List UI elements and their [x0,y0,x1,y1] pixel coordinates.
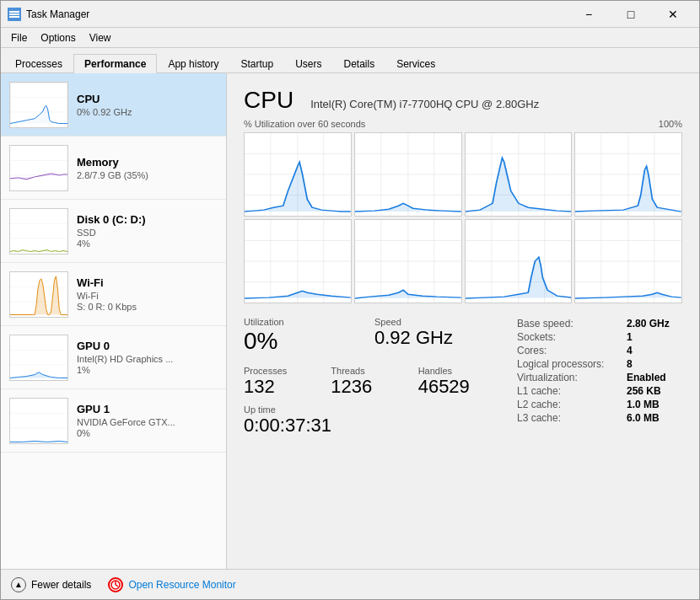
l2-value: 1.0 MB [623,398,673,411]
content-area: CPU 0% 0.92 GHz Memory 2.8/7.9 GB (35% [1,73,699,569]
gpu1-pct: 0% [77,428,218,438]
gpu1-thumb [9,398,68,444]
stats-info-container: Utilization 0% Speed 0.92 GHz Processes … [244,317,682,437]
svg-rect-11 [10,209,67,254]
graph-labels: % Utilization over 60 seconds 100% [244,119,682,129]
minimize-button[interactable]: − [569,3,608,26]
menu-file[interactable]: File [4,30,34,46]
open-resource-monitor-label: Open Resource Monitor [128,579,235,591]
base-speed-label: Base speed: [514,317,623,330]
sidebar-item-memory[interactable]: Memory 2.8/7.9 GB (35%) [1,137,226,200]
processes-label: Processes [244,366,331,376]
info-row-cores: Cores: 4 [514,344,673,357]
info-row-sockets: Sockets: 1 [514,330,673,344]
speed-value: 0.92 GHz [374,327,505,349]
sidebar-item-gpu1[interactable]: GPU 1 NVIDIA GeForce GTX... 0% [1,389,226,453]
main-panel: CPU Intel(R) Core(TM) i7-7700HQ CPU @ 2.… [227,73,699,569]
gpu0-info: GPU 0 Intel(R) HD Graphics ... 1% [77,340,218,375]
disk-info: Disk 0 (C: D:) SSD 4% [77,213,218,249]
window-title: Task Manager [26,8,569,20]
menu-view[interactable]: View [83,30,118,46]
wifi-info: Wi-Fi Wi-Fi S: 0 R: 0 Kbps [77,276,218,312]
wifi-sub: Wi-Fi [77,291,218,301]
cpu-info: CPU 0% 0.92 GHz [77,93,218,117]
fewer-details-button[interactable]: ▲ Fewer details [11,577,91,592]
cpu-graph-0 [244,132,352,217]
cpu-graph-1 [354,132,462,217]
utilization-value: 0% [244,327,374,356]
svg-rect-8 [10,146,67,190]
menu-options[interactable]: Options [34,30,82,46]
tab-processes[interactable]: Processes [4,54,73,73]
tab-performance[interactable]: Performance [73,54,157,73]
wifi-thumb [9,271,68,318]
maximize-button[interactable]: □ [611,3,650,26]
speed-col: Speed 0.92 GHz [374,317,505,356]
disk-thumb [9,208,68,254]
processes-value: 132 [244,376,331,398]
disk-pct: 4% [77,238,218,249]
cpu-graph-2 [465,132,573,217]
svg-rect-20 [10,399,67,443]
gpu0-label: GPU 0 [77,340,218,352]
menu-bar: File Options View [1,28,699,48]
uptime-value: 0:00:37:31 [244,415,505,437]
tab-services[interactable]: Services [385,54,446,73]
task-manager-window: Task Manager − □ ✕ File Options View Pro… [0,0,700,600]
close-button[interactable]: ✕ [654,3,692,26]
svg-line-81 [116,585,118,587]
app-icon [8,8,21,21]
open-resource-monitor-button[interactable]: Open Resource Monitor [108,577,235,592]
uptime-section: Up time 0:00:37:31 [244,404,505,437]
l1-value: 256 KB [623,384,673,398]
disk-label: Disk 0 (C: D:) [77,213,218,226]
gpu0-thumb [9,335,68,381]
tab-app-history[interactable]: App history [157,54,229,73]
sidebar-item-disk[interactable]: Disk 0 (C: D:) SSD 4% [1,200,226,263]
logical-value: 8 [623,357,673,371]
cpu-graph-7 [574,219,682,303]
cores-value: 4 [623,344,673,357]
l3-label: L3 cache: [514,411,623,425]
cpu-graph-6 [465,219,573,303]
l2-label: L2 cache: [514,398,623,411]
tab-startup[interactable]: Startup [229,54,284,73]
info-row-l3: L3 cache: 6.0 MB [514,411,673,425]
utilization-col: Utilization 0% [244,317,374,356]
info-panel: Base speed: 2.80 GHz Sockets: 1 Cores: 4 [514,317,682,437]
cpu-model: Intel(R) Core(TM) i7-7700HQ CPU @ 2.80GH… [310,98,539,110]
sidebar-item-cpu[interactable]: CPU 0% 0.92 GHz [1,73,226,137]
memory-label: Memory [77,156,218,169]
threads-value: 1236 [331,376,417,398]
handles-col: Handles 46529 [418,366,505,398]
graph-label-left: % Utilization over 60 seconds [244,119,365,129]
main-title: CPU [244,87,293,114]
virt-value: Enabled [623,371,673,384]
memory-info: Memory 2.8/7.9 GB (35%) [77,156,218,180]
sockets-label: Sockets: [514,330,623,344]
sidebar-item-gpu0[interactable]: GPU 0 Intel(R) HD Graphics ... 1% [1,326,226,389]
cpu-graph-5 [354,219,462,303]
logical-label: Logical processors: [514,357,623,371]
wifi-label: Wi-Fi [77,276,218,289]
cpu-graph-4 [244,219,352,303]
tab-details[interactable]: Details [332,54,385,73]
cpu-graphs-grid [244,132,682,303]
processes-col: Processes 132 [244,366,331,398]
svg-rect-1 [9,11,19,13]
base-speed-value: 2.80 GHz [623,317,673,330]
cpu-label: CPU [77,93,218,105]
utilization-label: Utilization [244,317,374,327]
title-bar: Task Manager − □ ✕ [1,1,699,28]
l1-label: L1 cache: [514,384,623,398]
info-table: Base speed: 2.80 GHz Sockets: 1 Cores: 4 [514,317,673,425]
sidebar-item-wifi[interactable]: Wi-Fi Wi-Fi S: 0 R: 0 Kbps [1,263,226,326]
proc-threads-handles-row: Processes 132 Threads 1236 Handles 46529 [244,366,505,398]
chevron-up-icon: ▲ [11,577,26,592]
gpu1-info: GPU 1 NVIDIA GeForce GTX... 0% [77,403,218,438]
threads-label: Threads [331,366,417,376]
wifi-extra: S: 0 R: 0 Kbps [77,302,218,312]
fewer-details-label: Fewer details [31,579,91,591]
tab-users[interactable]: Users [284,54,332,73]
cpu-sub: 0% 0.92 GHz [77,107,218,117]
